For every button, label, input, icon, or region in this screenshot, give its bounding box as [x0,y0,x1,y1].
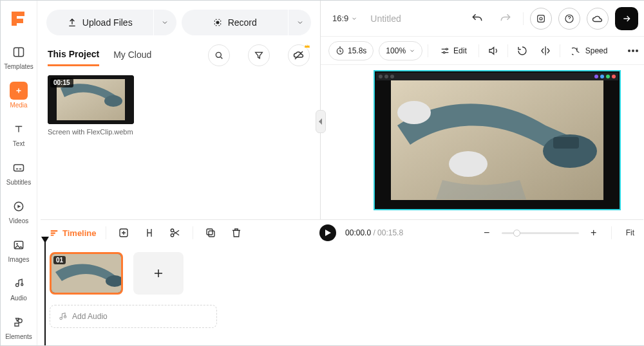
history-icon [536,14,546,24]
split-button[interactable] [141,224,158,241]
sidebar-item-images[interactable]: Images [1,232,37,268]
search-icon [214,50,224,60]
rotate-icon [516,45,528,57]
music-note-icon [58,312,67,321]
svg-point-22 [443,51,445,53]
record-label: Record [228,17,257,28]
fit-button[interactable]: Fit [626,228,634,237]
chevron-down-icon [409,48,415,54]
more-button[interactable] [624,42,642,60]
timeline-section: Timeline 00:00.0 / 00:15.8 − + Fit 01 [41,219,643,345]
undo-button[interactable] [466,8,488,30]
sidebar-item-subtitles[interactable]: Subtitles [1,155,37,191]
audio-icon [10,275,28,293]
add-clip-button[interactable] [133,252,184,295]
trash-icon [231,227,242,239]
clock-icon [336,46,345,55]
cloud-save-button[interactable] [587,8,609,30]
cut-button[interactable] [167,224,184,241]
zoom-knob[interactable] [513,230,520,237]
rotate-button[interactable] [513,42,531,60]
cloud-sync-button[interactable] [288,44,310,66]
plus-square-icon [118,227,129,239]
speed-icon [572,46,582,56]
split-icon [144,227,155,239]
project-title[interactable]: Untitled [370,14,460,24]
preview-image [391,80,603,200]
speed-button[interactable]: Speed [565,41,614,60]
sidebar-item-videos[interactable]: Videos [1,194,37,230]
timeline-body[interactable]: 01 Add Audio [41,246,643,345]
media-item[interactable]: 00:15 Screen with FlexClip.webm [48,75,134,136]
tab-my-cloud[interactable]: My Cloud [113,46,151,65]
upload-files-button[interactable]: Upload Files [46,10,153,35]
sidebar-item-elements[interactable]: Elements [1,309,37,345]
sidebar-item-text[interactable]: Text [1,116,37,152]
filter-button[interactable] [248,44,270,66]
export-button[interactable] [615,7,638,30]
svg-point-25 [636,50,638,52]
play-button[interactable] [319,224,336,241]
aspect-ratio-select[interactable]: 16:9 [328,11,361,26]
edit-label: Edit [453,46,467,55]
chevron-left-icon [318,118,323,125]
sidebar-label: Media [10,102,27,109]
help-icon [564,14,574,24]
sidebar-label: Audio [10,295,27,302]
sidebar-label: Text [13,140,24,147]
sidebar-item-media[interactable]: Media [1,78,37,114]
sidebar-label: Elements [5,333,32,340]
zoom-slider[interactable] [502,232,579,234]
upload-dropdown[interactable] [153,10,176,35]
videos-icon [10,197,28,215]
clip-badge: 01 [53,256,66,264]
record-dropdown[interactable] [288,10,311,35]
redo-icon [499,12,512,25]
svg-rect-30 [51,230,58,232]
timeline-clip[interactable]: 01 [50,252,123,295]
premium-badge-icon [304,43,310,50]
svg-point-34 [171,229,174,232]
zoom-chip[interactable]: 100% [379,41,422,60]
media-thumbnail[interactable]: 00:15 [48,75,134,124]
flip-button[interactable] [536,42,554,60]
record-button[interactable]: Record [182,10,289,35]
timeline-icon [50,228,59,237]
preview-toolbar: 15.8s 100% Edit Speed [321,37,644,65]
chevron-down-icon [351,15,357,22]
add-audio-button[interactable]: Add Audio [50,305,217,328]
svg-rect-29 [553,137,579,149]
volume-button[interactable] [484,42,502,60]
svg-point-35 [171,234,174,237]
redo-button[interactable] [495,8,516,30]
duration-chip[interactable]: 15.8s [328,41,374,60]
top-bar: 16:9 Untitled [321,1,644,37]
copy-icon [205,227,216,239]
preview-canvas[interactable] [374,70,621,210]
copy-button[interactable] [202,224,219,241]
playhead[interactable] [44,238,46,345]
elements-icon [10,313,28,331]
volume-icon [488,45,499,57]
timeline-mode-button[interactable]: Timeline [50,228,97,238]
help-button[interactable] [558,8,580,30]
edit-button[interactable]: Edit [433,41,473,60]
upload-label: Upload Files [82,17,133,28]
tab-this-project[interactable]: This Project [48,45,99,66]
add-track-button[interactable] [115,224,132,241]
text-icon [10,120,28,138]
svg-point-15 [104,95,122,107]
app-logo[interactable] [7,7,30,30]
timeline-mode-label: Timeline [62,228,97,238]
collapse-panel-button[interactable] [316,110,326,133]
history-button[interactable] [530,8,552,30]
arrow-right-icon [621,14,632,24]
sidebar-item-templates[interactable]: Templates [1,39,37,75]
search-button[interactable] [208,44,230,66]
delete-clip-button[interactable] [228,224,245,241]
sidebar-item-audio[interactable]: Audio [1,271,37,307]
svg-point-8 [21,284,23,286]
zoom-out-button[interactable]: − [478,224,495,241]
svg-rect-37 [207,229,213,235]
zoom-in-button[interactable]: + [585,224,602,241]
